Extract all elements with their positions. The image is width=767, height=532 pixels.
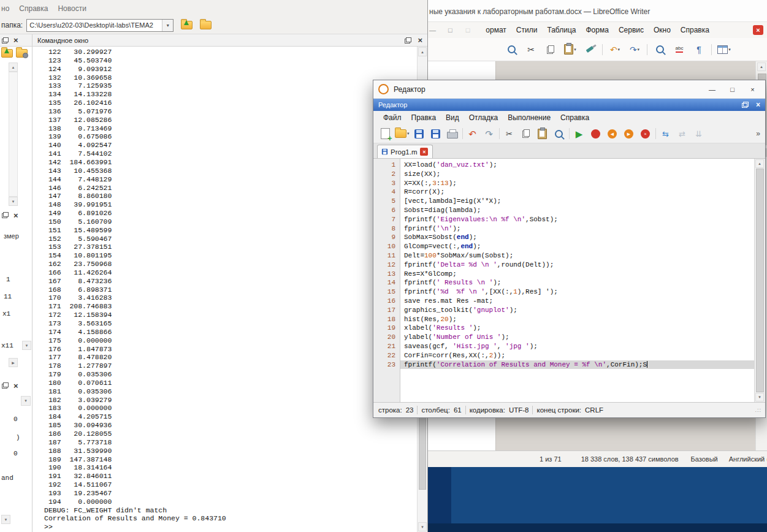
code-line[interactable]: saveas(gcf, 'Hist.jpg ', 'jpg '); <box>400 342 754 351</box>
clear-breakpoints-button[interactable]: × <box>639 127 652 140</box>
code-line[interactable]: fprintf('Correlation of Results and Mone… <box>400 360 754 370</box>
line-number[interactable]: 10 <box>373 242 400 251</box>
scroll-down-icon[interactable]: ▼ <box>1 515 10 524</box>
directory-up-button[interactable] <box>181 21 193 29</box>
line-number[interactable]: 15 <box>373 287 400 297</box>
code-line[interactable]: fprintf('Delta= %d \n ',round(Delt)); <box>400 260 754 270</box>
close-button[interactable]: × <box>742 83 763 96</box>
octave-menu-help[interactable]: Справка <box>14 2 53 15</box>
code-line[interactable]: xlabel('Results '); <box>400 324 754 333</box>
undock-panel-icon[interactable] <box>2 382 9 389</box>
line-number[interactable]: 16 <box>373 297 400 306</box>
code-area[interactable]: XX=load('dan_vuz.txt');size(XX);X=XX(:,3… <box>400 159 754 402</box>
editor-menu-run[interactable]: Выполнение <box>503 112 555 124</box>
line-number[interactable]: 21 <box>373 342 400 351</box>
scroll-down-icon[interactable]: ▼ <box>9 197 18 206</box>
doc-minimize-icon[interactable]: — <box>429 26 436 34</box>
octave-menu-news[interactable]: Новости <box>53 2 91 15</box>
scroll-right-icon[interactable]: ▶ <box>9 358 18 367</box>
close-panel-icon[interactable]: × <box>13 36 18 44</box>
next-breakpoint-button[interactable]: ▶ <box>622 127 636 140</box>
print-preview-button[interactable] <box>504 42 519 57</box>
code-line[interactable]: XX=load('dan_vuz.txt'); <box>400 161 754 170</box>
line-number[interactable]: 12 <box>373 260 400 270</box>
code-line[interactable]: Delt=100*SobMax/sum(Sobst); <box>400 251 754 260</box>
close-panel-icon[interactable]: × <box>13 382 18 390</box>
line-number[interactable]: 14 <box>373 278 400 287</box>
code-line[interactable]: graphics_toolkit('gnuplot'); <box>400 306 754 315</box>
undock-panel-icon[interactable] <box>2 212 9 218</box>
editor-titlebar[interactable]: Редактор — □ × <box>373 80 765 99</box>
undock-panel-icon[interactable] <box>2 37 9 44</box>
maximize-button[interactable]: □ <box>722 83 742 96</box>
browse-directory-button[interactable] <box>200 21 212 29</box>
editor-menu-file[interactable]: Файл <box>378 112 406 124</box>
save-button[interactable] <box>413 127 426 140</box>
close-panel-icon[interactable]: × <box>13 211 18 219</box>
run-button[interactable]: ▶ <box>573 127 586 140</box>
prev-breakpoint-button[interactable]: ◀ <box>606 127 619 140</box>
scroll-down-icon[interactable]: ▼ <box>22 341 31 350</box>
line-number[interactable]: 7 <box>373 215 400 224</box>
cut-button[interactable]: ✂ <box>524 42 538 57</box>
undo-button[interactable]: ↶ <box>466 127 479 140</box>
writer-titlebar[interactable]: ные указания к лабораторным работам.docx… <box>423 0 767 22</box>
writer-menu-tools[interactable]: Сервис <box>614 24 649 36</box>
close-editor-icon[interactable]: × <box>756 101 760 108</box>
redo-button[interactable]: ↷ <box>483 127 496 140</box>
spellcheck-button[interactable]: abc <box>672 42 687 57</box>
scroll-up-icon[interactable]: ▲ <box>755 159 764 168</box>
line-number[interactable]: 3 <box>373 179 400 188</box>
tab-prog1[interactable]: Prog1.m × <box>377 145 433 158</box>
code-line[interactable]: fprintf('\n'); <box>400 224 754 234</box>
doc-restore-icon[interactable]: □ <box>448 26 452 34</box>
code-line[interactable]: save res.mat Res -mat; <box>400 297 754 306</box>
code-line[interactable]: fprintf('%d %f \n ',[XX(:,1),Res] '); <box>400 287 754 297</box>
writer-menu-format[interactable]: ормат <box>481 24 511 36</box>
print-button[interactable] <box>446 127 459 140</box>
code-line[interactable]: hist(Res,20); <box>400 315 754 324</box>
line-number[interactable]: 18 <box>373 315 400 324</box>
writer-menu-help[interactable]: Справка <box>676 24 714 36</box>
line-number[interactable]: 22 <box>373 351 400 360</box>
line-number[interactable]: 20 <box>373 333 400 342</box>
line-number[interactable]: 1 <box>373 161 400 170</box>
continue-button[interactable]: ⇆ <box>659 127 673 140</box>
octave-menu-window[interactable]: но <box>0 2 14 15</box>
combo-caret-icon[interactable]: ▾ <box>162 20 173 31</box>
paragraph-style[interactable]: Базовый <box>691 455 718 463</box>
formatting-marks-button[interactable]: ¶ <box>692 42 706 57</box>
page-count[interactable]: 1 из 71 <box>540 455 562 463</box>
copy-button[interactable] <box>543 42 558 57</box>
undock-editor-icon[interactable] <box>742 102 749 108</box>
word-count[interactable]: 18 338 слов, 138 437 символов <box>581 455 679 463</box>
writer-menu-styles[interactable]: Стили <box>511 24 543 36</box>
close-panel-icon[interactable]: × <box>418 36 422 44</box>
writer-menu-table[interactable]: Таблица <box>542 24 581 36</box>
eol-value[interactable]: CRLF <box>585 406 603 414</box>
clone-formatting-button[interactable] <box>582 42 597 57</box>
line-number[interactable]: 4 <box>373 188 400 197</box>
line-number[interactable]: 19 <box>373 324 400 333</box>
scroll-down-icon[interactable]: ▼ <box>418 522 427 531</box>
code-line[interactable]: ylabel('Number of Unis '); <box>400 333 754 342</box>
code-line[interactable]: fprintf('Eigenvalues:\n %f \n',Sobst); <box>400 215 754 224</box>
code-line[interactable]: [vect,lambda]=eig(X'*X); <box>400 197 754 206</box>
line-number[interactable]: 11 <box>373 251 400 260</box>
line-number[interactable]: 9 <box>373 233 400 242</box>
code-line[interactable]: CorFin=corr(Res,XX(:,2)); <box>400 351 754 360</box>
redo-button[interactable]: ↷▾ <box>627 42 642 57</box>
command-window[interactable]: 122 30.299927 123 45.503740 124 9.093912… <box>33 47 417 532</box>
file-browser-settings-button[interactable] <box>16 49 28 58</box>
code-line[interactable]: size(XX); <box>400 170 754 179</box>
scroll-up-icon[interactable]: ▲ <box>757 63 766 71</box>
toolbar-overflow-button[interactable]: » <box>756 129 760 138</box>
editor-menu-view[interactable]: Вид <box>441 112 464 124</box>
code-line[interactable]: Sobst=diag(lambda); <box>400 206 754 215</box>
scroll-up-icon[interactable]: ▲ <box>9 63 18 72</box>
line-number[interactable]: 13 <box>373 270 400 279</box>
find-button[interactable] <box>552 127 566 140</box>
undock-panel-icon[interactable] <box>405 37 411 44</box>
find-replace-button[interactable] <box>652 42 667 57</box>
editor-scrollbar[interactable]: ▲ ▼ <box>754 159 765 402</box>
